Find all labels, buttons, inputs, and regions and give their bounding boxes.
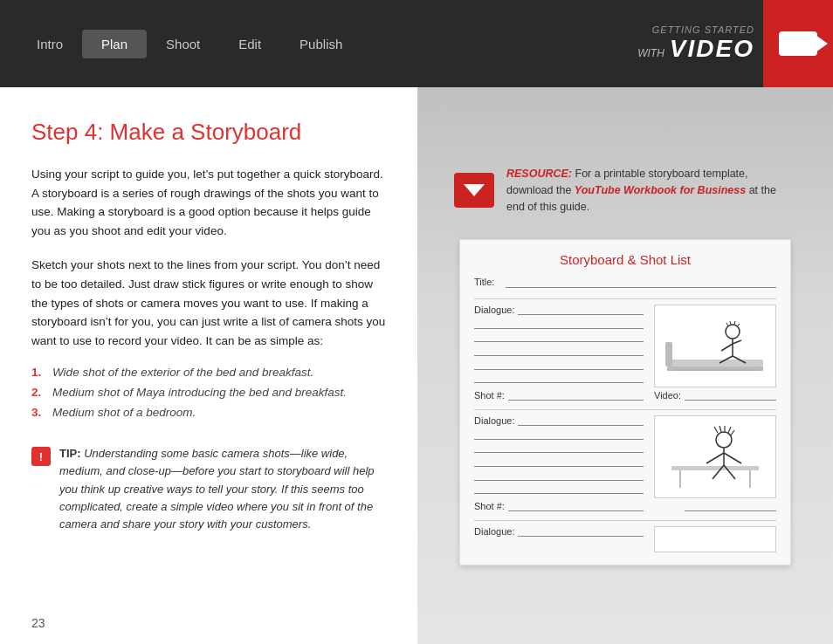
shot-text-1: Wide shot of the exterior of the bed and…	[52, 366, 313, 379]
shot-num-3: 3.	[31, 406, 47, 419]
dline-2e	[474, 470, 644, 481]
shot-num-label-1: Shot #:	[474, 390, 505, 401]
divider-3	[474, 520, 776, 521]
resource-link[interactable]: YouTube Workbook for Business	[575, 184, 746, 196]
camera-icon	[779, 31, 817, 56]
intro-text: Using your script to guide you, let’s pu…	[31, 165, 386, 240]
shot-image-1	[654, 305, 776, 387]
download-icon	[464, 184, 485, 196]
svg-line-9	[721, 344, 733, 351]
logo-red-box	[763, 0, 833, 87]
shot-left-3: Dialogue:	[474, 526, 644, 552]
shot-right-3	[654, 526, 776, 552]
svg-line-19	[719, 426, 721, 432]
svg-line-22	[731, 430, 734, 435]
dline-2a	[518, 415, 644, 426]
svg-point-3	[726, 325, 740, 339]
right-panel: RESOURCE: For a printable storyboard tem…	[417, 87, 833, 644]
shot-left-1: Dialogue: Shot #:	[474, 305, 644, 401]
shot-num-label-2: Shot #:	[474, 501, 505, 511]
list-item: 1. Wide shot of the exterior of the bed …	[31, 366, 386, 379]
dline-2c	[474, 443, 644, 454]
shot-num-1: 1.	[31, 366, 47, 379]
shot-num-2: 2.	[31, 386, 47, 399]
svg-line-10	[733, 340, 741, 344]
svg-line-21	[728, 427, 731, 433]
svg-line-18	[714, 427, 718, 433]
svg-rect-0	[667, 360, 763, 367]
shot-left-2: Dialogue: Shot #:	[474, 415, 644, 511]
shot-dline-1	[508, 390, 644, 401]
shot-image-3	[654, 526, 776, 552]
tip-label: TIP:	[59, 447, 81, 460]
dialogue-label-3: Dialogue:	[474, 526, 514, 537]
dline-2f	[474, 484, 644, 495]
dialogue-label-2: Dialogue:	[474, 415, 514, 426]
nav-item-shoot[interactable]: Shoot	[147, 30, 219, 58]
svg-point-17	[716, 432, 732, 448]
logo-getting-started: GETTING STARTED	[637, 24, 754, 35]
tip-body-text: Understanding some basic camera shots—li…	[59, 447, 375, 531]
shot-right-2: Video:	[654, 415, 776, 511]
shot-text-2: Medium shot of Maya introducing the bed …	[52, 386, 347, 399]
svg-line-24	[706, 453, 724, 463]
dline-2d	[474, 456, 644, 467]
nav-item-edit[interactable]: Edit	[219, 30, 280, 58]
title-field-line	[506, 276, 776, 288]
list-item: 3. Medium shot of a bedroom.	[31, 406, 386, 419]
shot-num-row-2: Shot #:	[474, 501, 644, 511]
svg-line-25	[724, 453, 741, 463]
dline-1d	[474, 346, 644, 356]
nav-item-publish[interactable]: Publish	[280, 30, 361, 58]
video-dline-1	[685, 390, 776, 401]
content-area: Step 4: Make a Storyboard Using your scr…	[0, 87, 833, 644]
page-number: 23	[31, 616, 45, 630]
video-label-row-1: Video:	[654, 390, 776, 401]
logo-with: WITH	[637, 47, 664, 59]
dialogue-label-row-1: Dialogue:	[474, 305, 644, 315]
svg-line-6	[734, 321, 735, 325]
video-dline-2	[685, 501, 776, 511]
svg-line-7	[737, 324, 740, 326]
dline-3a	[518, 526, 644, 537]
card-title: Storyboard & Shot List	[474, 252, 776, 267]
logo-text: GETTING STARTED WITH VIDEO	[637, 24, 763, 63]
shot-list: 1. Wide shot of the exterior of the bed …	[31, 366, 386, 419]
title-label: Title:	[474, 277, 500, 287]
resource-icon	[454, 173, 494, 208]
nav-bar: Intro Plan Shoot Edit Publish GETTING ST…	[0, 0, 833, 87]
dline-1c	[474, 332, 644, 343]
divider	[474, 298, 776, 299]
nav-logo: GETTING STARTED WITH VIDEO	[637, 0, 833, 87]
left-panel: Step 4: Make a Storyboard Using your scr…	[0, 87, 417, 644]
dline-1e	[474, 360, 644, 370]
shot-row-2: Dialogue: Shot #:	[474, 415, 776, 511]
nav-item-plan[interactable]: Plan	[82, 30, 147, 58]
video-label-1: Video:	[654, 390, 681, 401]
shot-text-3: Medium shot of a bedroom.	[52, 406, 196, 419]
stick-figure-svg-2	[658, 418, 772, 497]
tip-box: ! TIP: Understanding some basic camera s…	[31, 445, 386, 533]
list-item: 2. Medium shot of Maya introducing the b…	[31, 386, 386, 399]
nav-item-intro[interactable]: Intro	[17, 30, 82, 58]
svg-line-4	[726, 323, 728, 326]
shot-row-1: Dialogue: Shot #:	[474, 305, 776, 401]
dline-2b	[474, 429, 644, 440]
shot-dline-2	[508, 501, 644, 511]
dline-1f	[474, 373, 644, 384]
title-row: Title:	[474, 276, 776, 288]
svg-rect-2	[665, 342, 672, 367]
step-title: Step 4: Make a Storyboard	[31, 119, 386, 146]
dialogue-label-row-2: Dialogue:	[474, 415, 644, 426]
shot-num-row-1: Shot #:	[474, 390, 644, 401]
storyboard-card: Storyboard & Shot List Title: Dialogue:	[459, 239, 791, 565]
svg-rect-14	[671, 466, 759, 470]
nav-items: Intro Plan Shoot Edit Publish	[17, 30, 361, 58]
tip-icon: !	[31, 447, 51, 466]
logo-video: VIDEO	[670, 35, 754, 63]
divider-2	[474, 409, 776, 410]
tip-text: TIP: Understanding some basic camera sho…	[59, 445, 386, 533]
sketch-text: Sketch your shots next to the lines from…	[31, 256, 386, 350]
dialogue-label-row-3: Dialogue:	[474, 526, 644, 537]
dline-1a	[518, 305, 644, 315]
